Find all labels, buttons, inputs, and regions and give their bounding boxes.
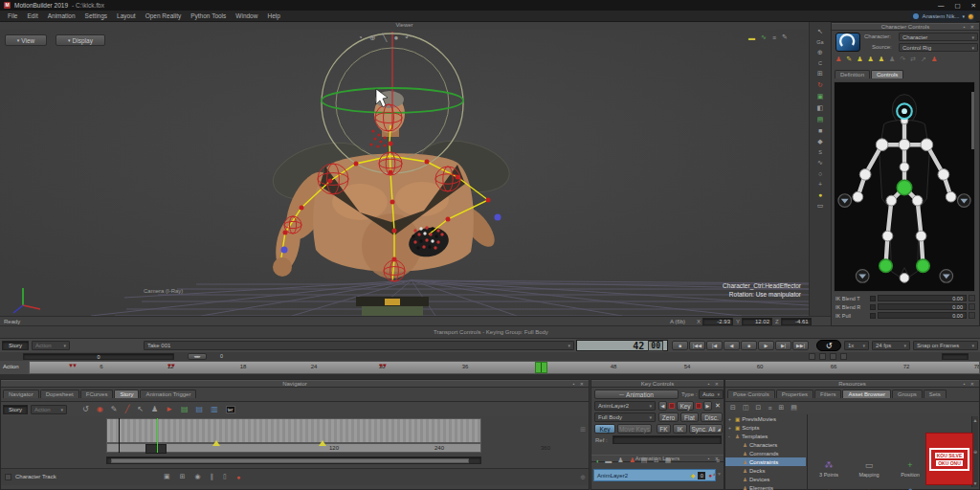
asset-item[interactable]: + Position (891, 459, 929, 478)
side-tool-icon[interactable]: C (818, 60, 822, 66)
ik-end-box[interactable] (969, 312, 975, 319)
menu-item[interactable]: Edit (22, 11, 42, 20)
story-scrub-handle[interactable] (145, 444, 167, 454)
ik-end-box[interactable] (969, 295, 975, 301)
resources-tab[interactable]: Asset Browser (842, 390, 891, 398)
transport-button[interactable]: ■ (741, 341, 757, 350)
character-tool-icon[interactable]: ♟ (867, 56, 873, 63)
anim-layer-select[interactable]: AnimLayer2 (594, 401, 656, 411)
track-option-icon[interactable]: ⊞ (180, 473, 186, 480)
track-option-icon[interactable]: ∥ (211, 473, 214, 480)
character-tool-icon[interactable]: ♟ (835, 56, 841, 63)
transport-button[interactable]: |◀ (706, 341, 723, 350)
ik-checkbox[interactable] (870, 313, 876, 319)
timeline-scroll-handle[interactable] (942, 353, 969, 360)
manipulator-tool-icon[interactable]: ● (393, 33, 398, 42)
viewer-option-icon[interactable]: ▬ (748, 34, 755, 41)
character-tool-icon[interactable]: ♟ (879, 56, 884, 63)
browser-view-icon[interactable]: ⊟ (730, 404, 736, 412)
view-dropdown-button[interactable]: ▾View (5, 34, 47, 46)
ik-value-field[interactable]: 0.00 (878, 303, 967, 310)
display-dropdown-button[interactable]: ▾Display (56, 34, 105, 46)
selected-layer-row[interactable]: AnimLayer2 ◆ 0 ● (593, 469, 716, 481)
side-tool-icon[interactable]: ∿ (817, 159, 823, 167)
story-tool-icon[interactable]: ▤ (196, 405, 204, 413)
layer-scroll-arrows[interactable]: ▲▼ (712, 471, 722, 477)
loop-toggle[interactable]: ↺ (816, 340, 841, 351)
frame-counter[interactable]: 42 00 (576, 340, 668, 351)
track-option-icon[interactable]: ▣ (164, 473, 170, 480)
manipulator-tool-icon[interactable]: ↶ (405, 33, 412, 42)
viewer-option-icon[interactable]: ✎ (782, 33, 788, 41)
layer-tool-icon[interactable]: ◖ (595, 457, 599, 464)
fps-select[interactable]: 24 fps (872, 341, 910, 350)
notification-icon[interactable] (968, 13, 974, 20)
disc-button[interactable]: Disc. (701, 412, 723, 422)
account-widget[interactable]: Anastem Nik... ▾ (910, 11, 977, 22)
story-track-area[interactable] (106, 418, 481, 443)
keyframe-marker[interactable]: ▼▼ (167, 363, 174, 368)
menu-item[interactable]: Animation (43, 11, 80, 20)
layer-tool-icon[interactable]: ♟ (617, 457, 623, 464)
track-checkbox[interactable] (5, 474, 11, 480)
timeline-zoom-button-3[interactable] (830, 353, 836, 360)
manipulator-tool-icon[interactable]: ╲ (383, 33, 388, 42)
character-tool-icon[interactable]: ⇄ (910, 56, 916, 63)
layer-tool-icon[interactable]: ▦ (665, 457, 672, 464)
menu-item[interactable]: Window (231, 11, 262, 20)
layer-tool-icon[interactable]: ♟ (630, 457, 635, 464)
ik-value-field[interactable]: 0.00 (878, 312, 967, 319)
resources-tab[interactable]: Sets (924, 390, 947, 398)
resources-tab[interactable]: Groups (892, 390, 923, 398)
panel-resize-icon[interactable]: ⊞ (580, 426, 586, 434)
story-action-select[interactable]: Action (31, 405, 67, 414)
side-tool-icon[interactable]: ◆ (817, 138, 822, 145)
transport-button[interactable]: ▶| (775, 341, 791, 350)
story-tool-icon[interactable]: ↺ (82, 405, 89, 413)
layer-tool-icon[interactable]: ♙ (653, 457, 658, 464)
resources-pin-close[interactable]: ▪ ✕ (964, 381, 976, 387)
fk-button[interactable]: FK (657, 424, 671, 434)
transport-button[interactable]: ▶ (758, 341, 774, 350)
ref-field[interactable] (612, 435, 722, 444)
character-tool-icon[interactable]: ↷ (900, 56, 905, 63)
scroll-down-icon[interactable]: ▼ (973, 480, 978, 486)
browser-view-icon[interactable]: ≡ (768, 405, 771, 412)
key-controls-pin-close[interactable]: ▪ ✕ (708, 381, 721, 387)
manipulator-tool-icon[interactable]: ⊕ (369, 33, 376, 42)
character-select[interactable]: Character (899, 33, 978, 41)
menu-item[interactable]: Layout (112, 11, 141, 20)
window-control-button[interactable]: ✕ (971, 2, 976, 10)
viewer-option-icon[interactable]: ∿ (761, 33, 767, 41)
character-tool-icon[interactable]: ♟ (857, 56, 862, 63)
character-rig-figure[interactable] (835, 82, 974, 291)
ik-checkbox[interactable] (870, 296, 876, 301)
move-keys-button[interactable]: Move Keys (617, 424, 652, 434)
transport-button[interactable]: ◀ (724, 341, 740, 350)
timeline-zoom-button-2[interactable] (819, 353, 826, 360)
side-tool-icon[interactable]: ⊕ (817, 49, 823, 56)
side-tool-icon[interactable]: ⊞ (817, 70, 823, 78)
side-tool-icon[interactable]: ■ (818, 127, 822, 134)
viewer-option-icon[interactable]: ≡ (772, 34, 776, 41)
navigator-tab[interactable]: Story (114, 390, 139, 398)
side-tool-icon[interactable]: ▤ (817, 116, 824, 123)
resources-tab[interactable]: Pose Controls (727, 390, 775, 398)
menu-item[interactable]: File (3, 11, 22, 20)
story-tool-icon[interactable]: ter (226, 406, 235, 413)
layer-tool-icon[interactable]: ▤ (641, 457, 648, 464)
window-control-button[interactable]: ▢ (954, 2, 960, 10)
panel-move-icon[interactable]: ⊕ (580, 474, 586, 481)
story-tool-icon[interactable]: ► (166, 405, 173, 413)
asset-item[interactable]: ⇕ Range (891, 486, 929, 490)
menu-item[interactable]: Settings (80, 11, 113, 20)
timeline-playhead[interactable] (535, 362, 547, 373)
story-marker-triangle[interactable] (212, 440, 220, 446)
layer-tool-icon[interactable]: ▬ (605, 457, 612, 464)
side-tool-icon[interactable]: ▣ (817, 93, 824, 100)
side-tool-icon[interactable]: ↖ (817, 28, 823, 35)
navigator-header[interactable]: Navigator ▪ ✕ (1, 380, 589, 388)
menu-item[interactable]: Help (262, 11, 284, 20)
story-hscroll-handle[interactable] (111, 458, 469, 463)
viewport-3d[interactable] (0, 30, 809, 316)
